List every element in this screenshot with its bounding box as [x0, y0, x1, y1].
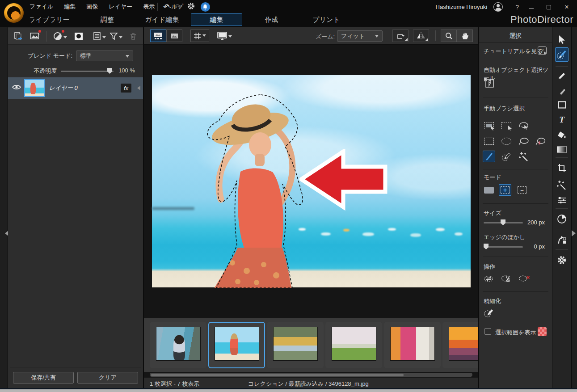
- filmstrip-item-3[interactable]: [267, 322, 324, 368]
- help-icon[interactable]: ?: [515, 4, 519, 11]
- left-panel-collapse-strip[interactable]: [0, 27, 8, 388]
- ellipse-marquee-tool[interactable]: [500, 135, 513, 147]
- filter-funnel-icon[interactable]: [109, 30, 119, 42]
- auto-enhance-wand-tool[interactable]: [555, 179, 569, 191]
- menu-image[interactable]: 画像: [86, 3, 98, 11]
- adjustment-sliders-tool[interactable]: [555, 194, 569, 207]
- tab-edit[interactable]: 編集: [191, 13, 242, 26]
- move-selection-filled-tool[interactable]: [483, 120, 495, 131]
- mode-add-selection[interactable]: +: [499, 184, 511, 196]
- collapse-right-icon[interactable]: [572, 230, 577, 236]
- settings-gear-icon[interactable]: [187, 2, 195, 12]
- refine-edge-brush-tool[interactable]: [483, 308, 495, 319]
- user-avatar-icon[interactable]: [493, 2, 503, 12]
- rectangle-marquee-tool[interactable]: [483, 135, 495, 147]
- tutorial-video-icon[interactable]: ?: [538, 46, 547, 55]
- export-share-tool[interactable]: [555, 233, 569, 246]
- eraser-tool[interactable]: [555, 85, 569, 97]
- adjustment-layer-icon[interactable]: [53, 30, 63, 42]
- thumbnail-beach-portrait[interactable]: [215, 327, 259, 361]
- magnetic-lasso-tool[interactable]: [534, 135, 547, 147]
- thumbnail-cherry-blossoms[interactable]: [332, 327, 376, 361]
- layer-menu-icon[interactable]: [92, 30, 102, 42]
- filmstrip-item-5[interactable]: [384, 322, 441, 368]
- secondary-monitor-button[interactable]: [215, 30, 234, 42]
- tone-wheel-tool[interactable]: [555, 213, 569, 225]
- right-panel-collapse-strip[interactable]: [571, 27, 577, 388]
- crop-tool[interactable]: [555, 162, 569, 174]
- show-selection-checkbox[interactable]: [484, 328, 491, 335]
- maximize-button[interactable]: [543, 3, 555, 11]
- filmstrip-item-1[interactable]: [150, 322, 206, 368]
- layer-visibility-eye-icon[interactable]: [12, 84, 21, 93]
- selection-overlay-color-swatch[interactable]: [538, 327, 547, 336]
- notifications-bell-icon[interactable]: [201, 2, 210, 12]
- filmstrip-item-2-selected[interactable]: [208, 322, 265, 368]
- cut-selection-button[interactable]: [500, 273, 513, 284]
- tab-adjust[interactable]: 調整: [89, 13, 125, 26]
- tutorial-link[interactable]: チュートリアルを見る: [484, 47, 543, 55]
- clear-button[interactable]: クリア: [77, 372, 138, 384]
- layer-fx-button[interactable]: fx: [121, 84, 131, 93]
- filmstrip-item-4[interactable]: [325, 322, 382, 368]
- new-layer-icon[interactable]: [13, 30, 23, 42]
- save-share-button[interactable]: 保存/共有: [13, 372, 74, 384]
- view-mode-filmstrip-button[interactable]: [150, 30, 166, 42]
- minimize-button[interactable]: [525, 3, 537, 11]
- feather-slider-knob[interactable]: [484, 244, 489, 249]
- menu-edit[interactable]: 編集: [64, 3, 76, 11]
- move-lasso-selection-tool[interactable]: [518, 120, 530, 131]
- new-image-layer-icon[interactable]: [29, 30, 40, 42]
- breadcrumb[interactable]: コレクション / 最新読み込み / 3496128_m.jpg: [248, 380, 369, 388]
- move-selection-outline-tool[interactable]: [500, 120, 513, 131]
- thumbnail-colorful-houses[interactable]: [390, 327, 435, 361]
- text-tool[interactable]: T: [555, 114, 569, 126]
- mode-new-selection[interactable]: [483, 184, 495, 196]
- lasso-tool[interactable]: [518, 135, 530, 147]
- tab-guided-edit[interactable]: ガイド編集: [139, 13, 185, 26]
- tab-print[interactable]: プリント: [306, 13, 346, 26]
- invert-selection-button[interactable]: [483, 273, 495, 284]
- rotate-button[interactable]: [392, 30, 409, 42]
- opacity-slider-knob[interactable]: [107, 68, 112, 74]
- selection-brush-tool-main[interactable]: [555, 47, 569, 62]
- image-canvas[interactable]: [144, 45, 478, 318]
- menu-view[interactable]: 表示: [143, 3, 155, 11]
- shape-rectangle-tool[interactable]: [555, 98, 569, 111]
- layer-thumbnail[interactable]: [24, 79, 45, 97]
- filmstrip-scrollbar-thumb[interactable]: [151, 374, 404, 376]
- thumbnail-street-portrait[interactable]: [156, 327, 201, 361]
- layer-expand-icon[interactable]: [135, 86, 140, 90]
- tab-library[interactable]: ライブラリー: [25, 13, 74, 26]
- pointer-tool[interactable]: [555, 33, 569, 46]
- selection-brush-tool[interactable]: [483, 151, 495, 162]
- brush-size-slider-knob[interactable]: [501, 219, 505, 225]
- pen-tool[interactable]: [555, 70, 569, 82]
- deselect-button[interactable]: ×: [518, 273, 530, 284]
- magic-wand-tool[interactable]: [518, 151, 530, 162]
- tutorial-link-row[interactable]: チュートリアルを見る ?: [479, 46, 552, 59]
- layer-name[interactable]: レイヤー 0: [49, 84, 78, 92]
- flip-button[interactable]: [413, 30, 429, 42]
- feather-slider[interactable]: [484, 246, 523, 248]
- opacity-slider[interactable]: [61, 71, 114, 72]
- zoom-tool-button[interactable]: [441, 30, 457, 42]
- menu-layer[interactable]: レイヤー: [109, 3, 132, 11]
- photo-beach-portrait[interactable]: [152, 75, 471, 287]
- gradient-tool[interactable]: [555, 143, 569, 156]
- grid-overlay-button[interactable]: [190, 30, 209, 42]
- mask-layer-icon[interactable]: [73, 30, 84, 42]
- close-button[interactable]: ×: [561, 3, 573, 11]
- mode-subtract-selection[interactable]: −: [516, 184, 528, 196]
- settings-gear-tool[interactable]: [555, 254, 569, 266]
- paint-bucket-tool[interactable]: [555, 129, 569, 141]
- menu-file[interactable]: ファイル: [29, 3, 53, 11]
- user-name[interactable]: Hashizume Hiroyuki: [436, 4, 488, 10]
- filmstrip-scrollbar[interactable]: [150, 373, 472, 377]
- view-mode-single-button[interactable]: [166, 30, 182, 42]
- blend-mode-select[interactable]: 標準: [76, 51, 133, 61]
- auto-object-select-tool[interactable]: [483, 77, 495, 89]
- tab-create[interactable]: 作成: [253, 13, 291, 26]
- selection-eraser-brush-tool[interactable]: [500, 151, 513, 162]
- pan-hand-button[interactable]: [457, 30, 473, 42]
